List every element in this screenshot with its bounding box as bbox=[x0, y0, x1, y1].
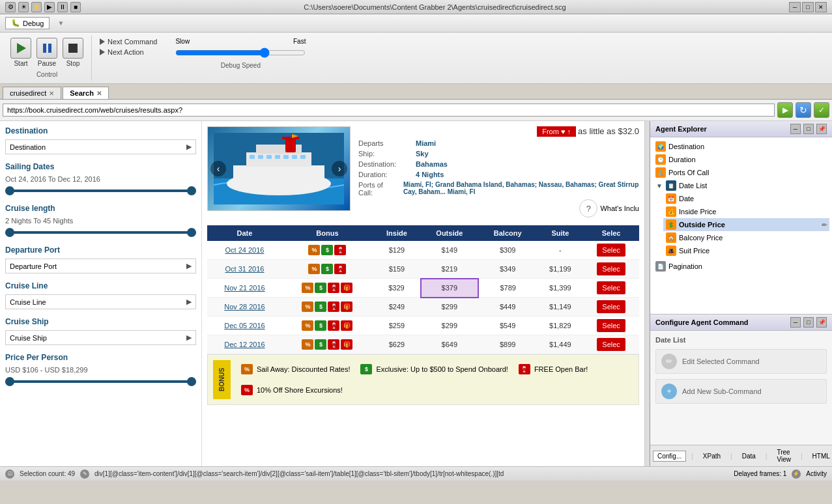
tree-suit-price[interactable]: 🎩 Suit Price bbox=[663, 244, 829, 257]
app-icon-1[interactable]: ⚙ bbox=[5, 2, 16, 12]
date-link[interactable]: Oct 24 2016 bbox=[225, 246, 264, 254]
select-button[interactable]: Selec bbox=[597, 262, 625, 275]
svg-rect-14 bbox=[282, 137, 299, 139]
edit-selected-command-button[interactable]: ✏ Edit Selected Command bbox=[655, 349, 827, 374]
ship-value: Sky bbox=[416, 150, 429, 158]
sailing-dates-handle-right[interactable] bbox=[187, 186, 196, 195]
destination-value: Bahamas bbox=[416, 160, 448, 168]
panel-minimize-icon[interactable]: ─ bbox=[790, 124, 801, 134]
panel-float-icon[interactable]: □ bbox=[803, 124, 814, 134]
departure-port-arrow: ▶ bbox=[186, 262, 192, 270]
config-pin-icon[interactable]: 📌 bbox=[816, 317, 827, 328]
bonus-icon-bonus-gift: 🎁 bbox=[341, 283, 352, 293]
tree-date[interactable]: 📅 Date bbox=[663, 192, 829, 205]
bonus-icon-bonus-pct: % bbox=[308, 264, 320, 274]
cruise-length-handle-left[interactable] bbox=[5, 228, 14, 237]
stop-icon-container bbox=[63, 38, 83, 59]
cruise-ship-dropdown[interactable]: Cruise Ship ▶ bbox=[5, 330, 196, 345]
next-actions-section: Next Command Next Action bbox=[92, 35, 165, 81]
sailing-dates-slider[interactable] bbox=[5, 186, 196, 196]
selection-count: Selection count: 49 bbox=[20, 470, 75, 477]
sailing-dates-handle-left[interactable] bbox=[5, 186, 14, 195]
scrollbar[interactable] bbox=[644, 121, 650, 466]
tree-duration[interactable]: 🕐 Duration bbox=[653, 153, 829, 166]
address-bar: ▶ ↻ ✓ bbox=[0, 100, 832, 121]
price-handle-left[interactable] bbox=[5, 377, 14, 386]
table-row: Oct 31 2016%$🍷$159$219$349$1,199Selec bbox=[207, 260, 639, 279]
cruise-length-handle-right[interactable] bbox=[187, 228, 196, 237]
tree-ports-of-call[interactable]: ⚓ Ports Of Call bbox=[653, 166, 829, 179]
bonus-red-icon: 🍷 bbox=[519, 364, 530, 374]
url-input[interactable] bbox=[3, 104, 775, 117]
tab-search[interactable]: Search ✕ bbox=[63, 87, 109, 99]
cruise-line-dropdown[interactable]: Cruise Line ▶ bbox=[5, 294, 196, 309]
tab-xpath[interactable]: XPath bbox=[698, 451, 725, 462]
cruise-length-range: 2 Nights To 45 Nights bbox=[5, 217, 196, 225]
next-command-button[interactable]: Next Command bbox=[100, 38, 157, 46]
select-button[interactable]: Selec bbox=[597, 281, 625, 294]
app-icon-3[interactable]: ⚡ bbox=[31, 2, 42, 12]
tree-outside-price[interactable]: 💲 Outside Price ✏ bbox=[663, 218, 829, 231]
config-float-icon[interactable]: □ bbox=[803, 317, 814, 328]
departure-port-dropdown[interactable]: Departure Port ▶ bbox=[5, 259, 196, 273]
select-button[interactable]: Selec bbox=[597, 300, 625, 313]
tab-cruisedirect[interactable]: cruisedirect ✕ bbox=[3, 87, 61, 99]
what-included-button[interactable]: ? bbox=[579, 199, 597, 217]
stop-button[interactable]: Stop bbox=[63, 38, 83, 67]
app-icon-6[interactable]: ■ bbox=[70, 2, 81, 12]
select-button[interactable]: Selec bbox=[597, 338, 625, 351]
price-track bbox=[5, 380, 196, 383]
price-per-person-title: Price Per Person bbox=[5, 353, 196, 362]
price-handle-right[interactable] bbox=[187, 377, 196, 386]
tree-inside-price[interactable]: 💰 Inside Price bbox=[663, 205, 829, 218]
configure-command-content: Date List ✏ Edit Selected Command + Add … bbox=[650, 331, 832, 445]
cruise-line-value: Cruise Line bbox=[10, 298, 46, 306]
refresh-button[interactable]: ↻ bbox=[796, 102, 811, 118]
next-action-button[interactable]: Next Action bbox=[100, 48, 157, 56]
app-icon-4[interactable]: ▶ bbox=[44, 2, 55, 12]
speed-slider[interactable] bbox=[175, 48, 306, 58]
app-icon-5[interactable]: ⏸ bbox=[57, 2, 68, 12]
tree-balcony-price[interactable]: 🏠 Balcony Price bbox=[663, 231, 829, 244]
outside-price-cell: $299 bbox=[421, 298, 478, 316]
tree-pagination[interactable]: 📄 Pagination bbox=[653, 260, 829, 273]
tree-date-list[interactable]: ▼ 📋 Date List bbox=[653, 179, 829, 192]
destination-section: Destination Destination ▶ bbox=[5, 126, 196, 154]
add-new-subcommand-button[interactable]: + Add New Sub-Command bbox=[655, 379, 827, 404]
tab-html[interactable]: HTML bbox=[808, 451, 832, 462]
date-link[interactable]: Oct 31 2016 bbox=[225, 265, 264, 273]
tab-search-close[interactable]: ✕ bbox=[96, 90, 102, 97]
bonus-item-2: $ Exclusive: Up to $500 to Spend Onboard… bbox=[360, 364, 508, 374]
select-button[interactable]: Selec bbox=[597, 319, 625, 332]
tree-destination[interactable]: 🌍 Destination bbox=[653, 140, 829, 153]
destination-dropdown[interactable]: Destination ▶ bbox=[5, 139, 196, 154]
bonus-items: % Sail Away: Discounted Rates! $ Exclusi… bbox=[241, 364, 633, 395]
tab-data[interactable]: Data bbox=[738, 451, 760, 462]
go-button[interactable]: ▶ bbox=[777, 102, 793, 118]
main-controls-section: Start Pause Stop Control bbox=[3, 35, 92, 81]
tab-config[interactable]: Config... bbox=[653, 451, 686, 462]
date-link[interactable]: Dec 12 2016 bbox=[224, 341, 265, 348]
tab-cruisedirect-close[interactable]: ✕ bbox=[49, 90, 54, 97]
select-button[interactable]: Selec bbox=[597, 244, 625, 257]
maximize-button[interactable]: □ bbox=[802, 2, 814, 12]
date-link[interactable]: Nov 21 2016 bbox=[224, 284, 265, 292]
minimize-button[interactable]: ─ bbox=[789, 2, 801, 12]
config-minimize-icon[interactable]: ─ bbox=[790, 317, 801, 328]
price-slider[interactable] bbox=[5, 376, 196, 387]
debug-tab[interactable]: 🐛 Debug bbox=[5, 17, 50, 29]
start-button[interactable]: Start bbox=[10, 38, 31, 67]
svg-rect-10 bbox=[283, 155, 289, 159]
app-icon-2[interactable]: ☀ bbox=[18, 2, 29, 12]
check-button[interactable]: ✓ bbox=[814, 102, 829, 118]
panel-pin-icon[interactable]: 📌 bbox=[816, 124, 827, 134]
date-link[interactable]: Dec 05 2016 bbox=[224, 322, 265, 329]
close-button[interactable]: ✕ bbox=[815, 2, 827, 12]
pause-button[interactable]: Pause bbox=[36, 38, 57, 67]
cruise-length-section: Cruise length 2 Nights To 45 Nights bbox=[5, 204, 196, 238]
cruise-length-slider[interactable] bbox=[5, 227, 196, 238]
date-link[interactable]: Nov 28 2016 bbox=[224, 303, 265, 311]
tab-tree-view[interactable]: Tree View bbox=[772, 447, 796, 465]
next-image-button[interactable]: › bbox=[332, 161, 347, 176]
prev-image-button[interactable]: ‹ bbox=[210, 161, 226, 176]
